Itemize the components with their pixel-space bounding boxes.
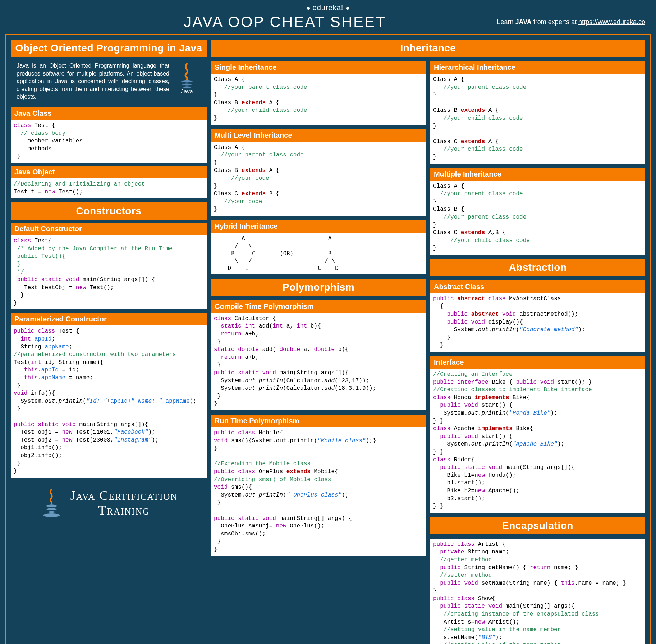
learn-bold: JAVA	[515, 18, 532, 26]
runtime-poly-title: Run Time Polymorphism	[211, 415, 426, 427]
cert-text: Java Certification Training	[70, 488, 178, 518]
hybrid-diagram: A A / \ | B C (OR) B \ / / \ D E C D	[211, 233, 426, 274]
single-inh-code: Class A { //your parent class code } Cla…	[211, 74, 426, 125]
learn-link-line: Learn JAVA from experts at https://www.e…	[465, 18, 645, 26]
multiple-inh-title: Multiple Inheritance	[430, 168, 645, 181]
interface-code: //Creating an Interface public interface…	[430, 369, 645, 513]
interface-title: Interface	[430, 356, 645, 369]
svg-point-1	[43, 513, 60, 517]
java-object-code: //Declaring and Initializing an object T…	[11, 178, 207, 198]
polymorphism-title: Polymorphism	[211, 279, 426, 296]
hier-inh-title: Hierarchical Inheritance	[430, 61, 645, 74]
cert-line2: Training	[70, 503, 178, 518]
brand-text: edureka!	[313, 4, 344, 12]
java-cup-icon	[40, 489, 63, 517]
cert-banner: Java Certification Training	[11, 482, 207, 525]
java-object-title: Java Object	[11, 166, 207, 178]
learn-mid: from experts at	[532, 18, 578, 26]
inheritance-title: Inheritance	[211, 40, 645, 57]
oop-title: Object Oriented Programming in Java	[11, 40, 207, 57]
svg-text:Java: Java	[181, 88, 193, 94]
abstract-class-code: public abstract class MyAbstractClass { …	[430, 293, 645, 352]
param-ctor-title: Parameterized Constructor	[11, 313, 207, 325]
compile-poly-title: Compile Time Polymorphism	[211, 300, 426, 313]
multilevel-inh-title: Multi Level Inheritance	[211, 129, 426, 142]
default-ctor-title: Default Constructor	[11, 223, 207, 235]
java-logo-icon: Java	[173, 62, 201, 94]
main-frame: Object Oriented Programming in Java Java…	[5, 34, 651, 644]
param-ctor-code: public class Test { int appId; String ap…	[11, 325, 207, 477]
intro-text: Java is an Object Oriented Programming l…	[17, 62, 169, 101]
constructors-title: Constructors	[11, 202, 207, 220]
page-title: JAVA OOP CHEAT SHEET	[104, 13, 465, 31]
intro-box: Java is an Object Oriented Programming l…	[11, 57, 207, 107]
hier-inh-code: Class A { //your parent class code } Cla…	[430, 74, 645, 164]
java-class-title: Java Class	[11, 107, 207, 120]
encapsulation-code: public class Artist { private String nam…	[430, 539, 645, 644]
single-inh-title: Single Inheritance	[211, 61, 426, 74]
multiple-inh-code: Class A { //your parent class code } Cla…	[430, 181, 645, 255]
multilevel-inh-code: Class A { //your parent class code } Cla…	[211, 142, 426, 216]
abstract-class-title: Abstract Class	[430, 280, 645, 293]
brand-header: edureka!	[5, 4, 651, 12]
abstraction-title: Abstraction	[430, 259, 645, 276]
encapsulation-title: Encapsulation	[430, 517, 645, 534]
learn-prefix: Learn	[497, 18, 515, 26]
runtime-poly-code: public class Mobile{ void sms(){System.o…	[211, 427, 426, 556]
hybrid-inh-title: Hybrid Inheritance	[211, 220, 426, 233]
compile-poly-code: class Calculator { static int add(int a,…	[211, 313, 426, 410]
default-ctor-code: class Test{ /* Added by the Java Compile…	[11, 235, 207, 309]
cert-line1: Java Certification	[70, 488, 178, 503]
java-class-code: class Test { // class body member variab…	[11, 120, 207, 163]
learn-link[interactable]: https://www.edureka.co	[578, 18, 645, 26]
